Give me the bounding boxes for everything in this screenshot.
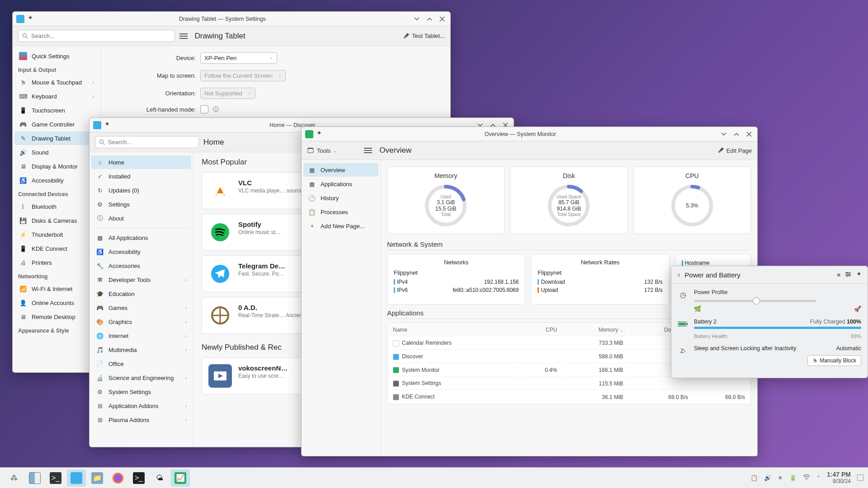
power-profile-slider[interactable] [694,300,816,302]
sidebar-item[interactable]: ⊞Plasma Addons› [91,413,191,427]
sidebar-item[interactable]: 🖥Remote Desktop [14,310,99,324]
search-input[interactable] [95,136,199,148]
battery-tray-icon[interactable]: 🔋 [789,474,797,481]
sidebar-item[interactable]: ⚡Thunderbolt [14,228,99,241]
chevron-up-icon[interactable]: ⌃ [816,475,821,481]
sidebar-item[interactable]: ᛒBluetooth [14,200,99,213]
chevron-icon: › [185,333,187,338]
pin-icon[interactable] [316,131,321,137]
maximize-button[interactable] [732,130,741,139]
taskbar-item-sysmon[interactable]: 📈 [171,469,190,487]
taskbar-pager[interactable] [25,469,44,487]
sidebar-item[interactable]: ♿Accessibility [14,174,99,187]
sidebar-item[interactable]: ↻Updates (0) [91,183,191,197]
taskbar-item-discover[interactable] [67,469,86,487]
sidebar-item-quick-settings[interactable]: Quick Settings [14,49,99,63]
sidebar-item[interactable]: ⊞Application Addons› [91,399,191,413]
volume-icon[interactable]: 🔊 [764,474,771,481]
sidebar-item[interactable]: ⚙Settings [91,197,191,211]
lefthanded-checkbox[interactable] [200,105,208,113]
sidebar-item[interactable]: 🖨Printers [14,256,99,269]
sidebar-item[interactable]: ✎Drawing Tablet [14,131,99,145]
sidebar-item[interactable]: ＋Add New Page... [303,219,378,233]
sidebar-item[interactable]: 📱KDE Connect [14,242,99,255]
sidebar-item[interactable]: 👤Online Accounts [14,296,99,310]
sidebar-item[interactable]: 🔊Sound [14,145,99,159]
hamburger-menu[interactable] [364,145,375,156]
sidebar-item[interactable]: ♿Accessibility [91,245,191,258]
sidebar-item[interactable]: 📋Processes [303,205,378,219]
taskbar-item-weather[interactable]: 🌤 [150,469,169,487]
sidebar-item[interactable]: 🎮Games› [91,301,191,314]
sidebar-item[interactable]: ✓Installed [91,169,191,183]
sidebar-item[interactable]: 📶Wi-Fi & Internet [14,282,99,296]
sidebar-item[interactable]: 💾Disks & Cameras [14,214,99,227]
disk-gauge: Disk Used Space 85.7 GiB 914.8 GiB Total… [510,166,627,234]
minimize-button[interactable] [412,14,421,23]
taskbar-item-files[interactable]: 📁 [88,469,107,487]
close-button[interactable] [438,14,447,23]
sidebar-item[interactable]: ⌨Keyboard› [14,89,99,103]
sidebar-header: Appearance & Style [13,324,100,336]
sidebar-icon: ▦ [308,180,316,188]
sidebar-icon: 🔧 [96,262,104,270]
show-desktop-icon[interactable] [857,474,863,481]
close-button[interactable] [745,130,754,139]
sidebar-item[interactable]: 🎨Graphics› [91,315,191,328]
taskbar-item-firefox[interactable] [108,469,127,487]
clock[interactable]: 1:47 PM 9/30/24 [827,471,851,484]
sidebar-icon: 📄 [96,360,104,368]
tools-menu[interactable]: Tools ⌄ [307,147,337,154]
sidebar-icon: 🖥 [19,313,27,321]
wifi-icon[interactable] [803,474,810,482]
manually-block-button[interactable]: 🖱Manually Block [807,355,861,366]
sidebar-item[interactable]: 🎮Game Controller [14,117,99,131]
clipboard-icon[interactable]: 📋 [750,474,758,481]
titlebar[interactable]: Overview — System Monitor [302,127,757,141]
test-tablet-button[interactable]: Test Tablet... [403,33,445,39]
search-icon [22,33,28,39]
sidebar-item[interactable]: 📱Touchscreen [14,103,99,117]
sidebar-icon: 🔊 [19,148,27,156]
cpu-gauge: CPU 5.3% [633,166,751,234]
sidebar-item[interactable]: 🖥Display & Monitor [14,160,99,173]
table-row[interactable]: System Settings115.5 MiB [388,377,750,390]
hamburger-menu[interactable] [179,31,190,42]
edit-page-button[interactable]: Edit Page [717,147,752,154]
maximize-button[interactable] [425,14,434,23]
device-select[interactable]: XP-Pen Pen⌄ [200,52,277,64]
sidebar-icon: ⊞ [96,402,104,410]
titlebar[interactable]: Drawing Tablet — System Settings [13,12,450,26]
pin-icon[interactable] [856,272,861,278]
sidebar-item[interactable]: 🌐Internet› [91,329,191,343]
sidebar-item[interactable]: ▦Overview [303,163,378,177]
search-input[interactable] [18,30,175,42]
menu-icon[interactable]: ≡ [837,272,840,278]
sidebar-icon: 🎮 [19,120,27,128]
sidebar-item[interactable]: ▦All Applications [91,231,191,244]
taskbar-launcher[interactable]: ⁂ [5,469,24,487]
sidebar-item[interactable]: 🕐History [303,191,378,205]
info-icon[interactable]: ⓘ [213,105,219,113]
sidebar-item[interactable]: 📄Office [91,357,191,371]
brightness-icon[interactable]: ☀ [778,474,783,481]
sidebar-item[interactable]: ▦Applications [303,177,378,191]
pin-icon[interactable] [27,15,33,22]
sidebar-item[interactable]: ⚙System Settings [91,385,191,399]
back-icon[interactable]: ‹ [678,271,680,279]
sidebar-item[interactable]: 🔬Science and Engineering› [91,371,191,385]
sidebar-item[interactable]: ⓘAbout [91,211,191,225]
pin-icon[interactable] [104,122,109,128]
sidebar-item[interactable]: 🎵Multimedia› [91,343,191,357]
sidebar-item[interactable]: 🛠Developer Tools› [91,273,191,286]
sidebar-item[interactable]: 🖱Mouse & Touchpad› [14,75,99,89]
sidebar-item[interactable]: 🔧Accessories [91,259,191,272]
table-row[interactable]: KDE Connect36.1 MiB68.0 B/s68.0 B/s [388,391,750,404]
minimize-button[interactable] [719,130,728,139]
svg-point-22 [849,273,850,275]
sidebar-item[interactable]: 🎓Education [91,287,191,300]
sidebar-item[interactable]: ⌂Home [91,155,191,169]
taskbar-item-konsole[interactable]: >_ [129,469,148,487]
configure-icon[interactable] [845,271,851,279]
taskbar-item[interactable]: >_ [46,469,65,487]
